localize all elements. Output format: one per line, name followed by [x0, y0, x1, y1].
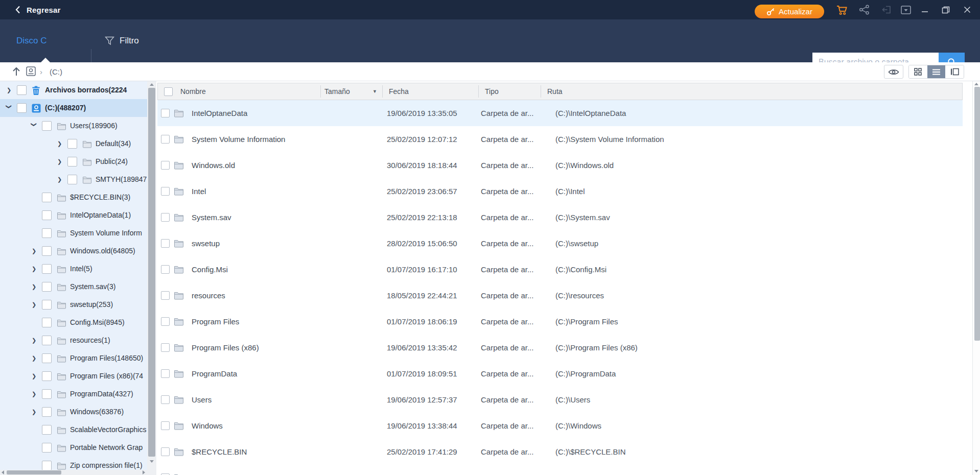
column-header-type[interactable]: Tipo	[485, 83, 499, 100]
filter-button[interactable]: Filtro	[105, 19, 139, 62]
select-all-checkbox[interactable]	[164, 87, 173, 96]
tree-checkbox[interactable]	[42, 228, 52, 238]
tree-item-program-files-148650-[interactable]: ❯ Program Files(148650)	[0, 349, 147, 367]
expander-chevron-icon[interactable]: ❯	[32, 408, 38, 415]
column-header-name[interactable]: Nombre	[180, 83, 206, 100]
tree-checkbox[interactable]	[17, 103, 27, 113]
column-divider[interactable]	[320, 85, 321, 98]
minimize-button[interactable]	[918, 0, 931, 19]
file-row[interactable]: Windows.old 30/06/2019 18:18:44 Carpeta …	[157, 152, 963, 178]
file-row[interactable]: Windows 19/06/2019 13:38:44 Carpeta de a…	[157, 413, 963, 439]
share-icon[interactable]	[857, 0, 871, 19]
row-checkbox[interactable]	[161, 213, 170, 222]
row-checkbox[interactable]	[161, 239, 170, 248]
maximize-button[interactable]	[939, 0, 952, 19]
expander-chevron-icon[interactable]: ❯	[7, 86, 13, 93]
row-checkbox[interactable]	[161, 109, 170, 117]
file-row[interactable]	[157, 465, 963, 475]
tree-item-programdata-4327-[interactable]: ❯ ProgramData(4327)	[0, 385, 147, 403]
file-row[interactable]: ProgramData 01/07/2019 18:09:51 Carpeta …	[157, 361, 963, 387]
column-divider[interactable]	[382, 85, 383, 98]
menu-dropdown-icon[interactable]	[899, 0, 913, 19]
tree-checkbox[interactable]	[42, 282, 52, 292]
main-vertical-scrollbar[interactable]	[972, 81, 980, 475]
sidebar-vertical-scrollbar[interactable]	[147, 81, 156, 475]
tree-checkbox[interactable]	[42, 300, 52, 310]
tree-checkbox[interactable]	[42, 461, 52, 470]
row-checkbox[interactable]	[161, 395, 170, 404]
scroll-up-arrow[interactable]	[150, 83, 154, 86]
tree-checkbox[interactable]	[67, 157, 77, 167]
expander-chevron-icon[interactable]: ❯	[6, 104, 13, 110]
tree-checkbox[interactable]	[42, 210, 52, 220]
scroll-down-arrow[interactable]	[974, 470, 978, 472]
main-vertical-scrollbar-thumb[interactable]	[974, 87, 980, 341]
column-header-path[interactable]: Ruta	[547, 83, 563, 100]
up-arrow-button[interactable]	[9, 64, 24, 79]
column-header-date[interactable]: Fecha	[389, 83, 409, 100]
row-checkbox[interactable]	[161, 343, 170, 352]
breadcrumb-location[interactable]: (C:)	[50, 62, 62, 81]
expander-chevron-icon[interactable]: ❯	[32, 372, 38, 379]
tab-disco-c[interactable]: Disco C	[16, 19, 47, 62]
file-row[interactable]: Config.Msi 01/07/2019 16:17:10 Carpeta d…	[157, 256, 963, 282]
expander-chevron-icon[interactable]: ❯	[31, 122, 38, 128]
tree-checkbox[interactable]	[67, 175, 77, 184]
tree-item-default-34-[interactable]: ❯ Default(34)	[0, 135, 147, 153]
tree-item-system-volume-inform[interactable]: ❯ System Volume Inform	[0, 224, 147, 242]
tree-item-smtyh-189847[interactable]: ❯ SMTYH(189847	[0, 171, 147, 188]
tree-item-config-msi-8945-[interactable]: ❯ Config.Msi(8945)	[0, 314, 147, 331]
tree-checkbox[interactable]	[42, 246, 52, 256]
scroll-down-arrow[interactable]	[150, 460, 154, 463]
row-checkbox[interactable]	[161, 317, 170, 326]
scroll-left-arrow[interactable]	[2, 470, 4, 474]
expander-chevron-icon[interactable]: ❯	[57, 158, 63, 165]
back-button[interactable]: Regresar	[15, 0, 61, 19]
activate-button[interactable]: Actualizar	[755, 5, 824, 18]
file-row[interactable]: IntelOptaneData 19/06/2019 13:35:05 Carp…	[157, 100, 963, 126]
expander-chevron-icon[interactable]: ❯	[32, 301, 38, 308]
file-row[interactable]: Users 19/06/2019 12:57:37 Carpeta de ar.…	[157, 387, 963, 413]
tree-item--recycle-bin-3-[interactable]: ❯ $RECYCLE.BIN(3)	[0, 188, 147, 206]
tree-item-system-sav-3-[interactable]: ❯ System.sav(3)	[0, 278, 147, 296]
tree-checkbox[interactable]	[42, 318, 52, 327]
tree-item-swsetup-253-[interactable]: ❯ swsetup(253)	[0, 296, 147, 314]
preview-eye-button[interactable]	[884, 65, 903, 79]
file-row[interactable]: $RECYCLE.BIN 25/02/2019 17:41:29 Carpeta…	[157, 439, 963, 465]
tree-checkbox[interactable]	[67, 139, 77, 149]
tree-checkbox[interactable]	[42, 353, 52, 363]
sort-arrow-icon[interactable]: ▼	[372, 83, 377, 100]
sidebar-horizontal-scrollbar-thumb[interactable]	[7, 470, 61, 474]
tree-item-resources-1-[interactable]: ❯ resources(1)	[0, 331, 147, 349]
tree-checkbox[interactable]	[42, 121, 52, 131]
row-checkbox[interactable]	[161, 187, 170, 196]
exit-icon[interactable]	[880, 0, 893, 19]
row-checkbox[interactable]	[161, 135, 170, 144]
row-checkbox[interactable]	[161, 161, 170, 170]
tree-checkbox[interactable]	[42, 443, 52, 453]
file-row[interactable]: System.sav 25/02/2019 22:13:18 Carpeta d…	[157, 204, 963, 230]
expander-chevron-icon[interactable]: ❯	[57, 140, 63, 147]
view-pane-button[interactable]	[945, 65, 964, 78]
expander-chevron-icon[interactable]: ❯	[32, 354, 38, 362]
column-header-size[interactable]: Tamaño	[324, 83, 350, 100]
view-grid-button[interactable]	[909, 65, 927, 78]
row-checkbox[interactable]	[161, 265, 170, 274]
file-row[interactable]: Intel 25/02/2019 23:06:57 Carpeta de ar.…	[157, 178, 963, 204]
row-checkbox[interactable]	[161, 291, 170, 300]
tree-item-intel-5-[interactable]: ❯ Intel(5)	[0, 260, 147, 278]
tree-checkbox[interactable]	[42, 407, 52, 417]
drive-icon[interactable]	[26, 66, 36, 79]
scroll-up-arrow[interactable]	[974, 83, 978, 85]
tree-checkbox[interactable]	[42, 425, 52, 435]
tree-item-scalablevectorgraphics[interactable]: ❯ ScalableVectorGraphics	[0, 421, 147, 439]
row-checkbox[interactable]	[161, 447, 170, 456]
expander-chevron-icon[interactable]: ❯	[32, 265, 38, 272]
file-row[interactable]: Program Files (x86) 19/06/2019 13:35:42 …	[157, 335, 963, 361]
tree-checkbox[interactable]	[42, 264, 52, 274]
column-divider[interactable]	[541, 85, 541, 98]
expander-chevron-icon[interactable]: ❯	[57, 176, 63, 183]
tree-item-windows-63876-[interactable]: ❯ Windows(63876)	[0, 403, 147, 421]
tree-item-program-files-x86-74[interactable]: ❯ Program Files (x86)(74	[0, 367, 147, 385]
tree-checkbox[interactable]	[42, 371, 52, 381]
